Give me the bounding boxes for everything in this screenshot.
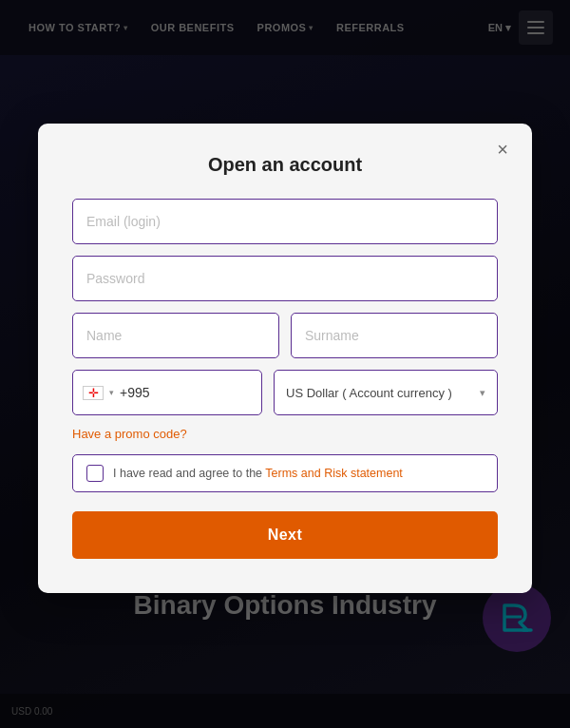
georgia-flag-icon bbox=[83, 386, 104, 400]
terms-text: I have read and agree to the Terms and R… bbox=[113, 467, 403, 480]
password-input[interactable] bbox=[72, 256, 498, 301]
modal-title: Open an account bbox=[72, 154, 498, 176]
promo-code-link[interactable]: Have a promo code? bbox=[72, 427, 498, 441]
chevron-down-icon: ▾ bbox=[480, 387, 485, 399]
currency-dropdown[interactable]: US Dollar ( Account currency ) ▾ bbox=[274, 370, 498, 415]
chevron-down-icon: ▾ bbox=[109, 388, 114, 397]
terms-row: I have read and agree to the Terms and R… bbox=[72, 454, 498, 492]
phone-currency-row: ▾ +995 US Dollar ( Account currency ) ▾ bbox=[72, 370, 498, 415]
terms-link[interactable]: Terms and Risk statement bbox=[265, 467, 403, 480]
close-button[interactable]: × bbox=[490, 137, 515, 162]
name-input[interactable] bbox=[72, 313, 279, 358]
email-field-group bbox=[72, 199, 498, 244]
password-field-group bbox=[72, 256, 498, 301]
email-input[interactable] bbox=[72, 199, 498, 244]
phone-field[interactable]: ▾ +995 bbox=[72, 370, 262, 415]
open-account-modal: × Open an account ▾ +995 US Dollar ( Acc… bbox=[38, 124, 532, 593]
phone-code: +995 bbox=[120, 385, 150, 400]
next-button[interactable]: Next bbox=[72, 511, 498, 559]
surname-input[interactable] bbox=[291, 313, 498, 358]
currency-label: US Dollar ( Account currency ) bbox=[286, 386, 452, 400]
terms-checkbox[interactable] bbox=[86, 465, 104, 482]
name-row bbox=[72, 313, 498, 358]
